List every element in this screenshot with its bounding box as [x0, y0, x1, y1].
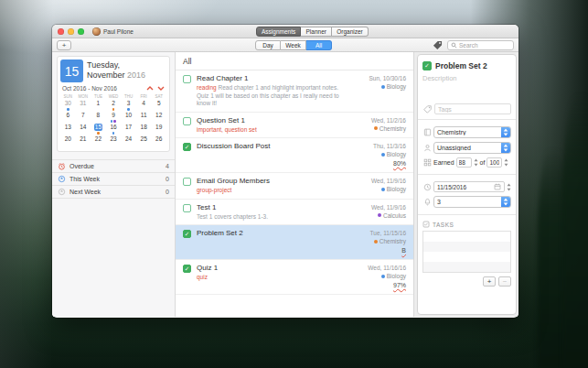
calendar-day[interactable]: 6 [60, 112, 76, 124]
filter-this-week[interactable]: This Week 0 [52, 173, 175, 186]
calendar-day[interactable]: 26 [151, 135, 166, 147]
course-label: Biology [387, 82, 406, 91]
remove-task-button[interactable]: − [498, 276, 511, 287]
tag-icon [422, 105, 432, 114]
selected-month: November [87, 70, 125, 80]
assignment-checkbox[interactable] [183, 143, 191, 151]
calendar-day-number: 15 [94, 124, 102, 131]
calendar-day[interactable]: 17 [121, 124, 136, 135]
calendar-day[interactable]: 15 [91, 124, 106, 135]
search-input[interactable] [459, 42, 510, 49]
tags-input[interactable] [434, 103, 511, 114]
total-input[interactable] [486, 157, 502, 168]
view-day[interactable]: Day [255, 40, 281, 50]
calendar-day[interactable]: 3 [121, 100, 136, 112]
assignment-row[interactable]: Discussion Board PostThu, 11/3/16Biology… [176, 138, 413, 173]
due-date-field[interactable] [433, 181, 505, 192]
calendar-day[interactable]: 13 [60, 124, 76, 135]
chevron-up-down-icon [501, 142, 510, 154]
calendar-day[interactable]: 23 [106, 135, 122, 147]
tag-filter-icon[interactable] [433, 40, 443, 50]
calendar-day[interactable]: 18 [136, 124, 152, 135]
calendar-day[interactable]: 4 [136, 100, 152, 112]
calendar-day[interactable]: 8 [91, 112, 106, 124]
calendar-day-number: 3 [124, 100, 133, 107]
calendar-day[interactable]: 20 [60, 135, 76, 147]
calendar-day[interactable]: 31 [76, 100, 91, 112]
close-button[interactable] [58, 28, 64, 35]
assignment-checkbox[interactable] [183, 75, 191, 83]
assignment-row[interactable]: Problem Set 2Tue, 11/15/16ChemistryB [176, 225, 413, 260]
filter-next-week[interactable]: Next Week 0 [52, 186, 175, 199]
wallpaper-tree [562, 93, 588, 368]
assignment-right: Wed, 11/9/16Biology [346, 177, 406, 195]
assignment-row[interactable]: Read Chapter 1reading Read chapter 1 and… [176, 70, 413, 113]
assignment-row[interactable]: Email Group Membersgroup-projectWed, 11/… [176, 173, 413, 200]
earned-input[interactable] [456, 157, 472, 168]
detail-checkbox[interactable] [422, 61, 432, 70]
calendar-day[interactable]: 2 [106, 100, 122, 112]
date-stepper[interactable] [507, 183, 511, 191]
view-week[interactable]: Week [281, 40, 306, 50]
assignment-checkbox[interactable] [183, 230, 191, 238]
user-menu[interactable]: Paul Pilone [92, 27, 134, 36]
view-all[interactable]: All [306, 40, 332, 50]
description-field[interactable]: Description [422, 74, 511, 103]
calendar-day[interactable]: 14 [76, 124, 91, 135]
assignment-title: Test 1 [197, 203, 340, 212]
calendar-day[interactable]: 1 [91, 100, 106, 112]
assignment-body: Test 1Test 1 covers chapters 1-3. [191, 203, 346, 222]
calendar-day[interactable]: 22 [91, 135, 106, 147]
calendar-day[interactable]: 5 [151, 100, 166, 112]
total-stepper[interactable] [504, 158, 508, 167]
reminder-select[interactable]: 3 [433, 196, 511, 208]
calendar-prev-icon[interactable] [146, 86, 154, 91]
calendar-day[interactable]: 24 [121, 135, 136, 147]
filter-overdue[interactable]: Overdue 4 [52, 160, 175, 173]
zoom-button[interactable] [78, 28, 84, 35]
course-dot [381, 153, 385, 157]
calendar-day-number: 18 [140, 124, 148, 131]
calendar-day[interactable]: 9 [106, 112, 122, 124]
assignment-row[interactable]: Question Set 1important, question setWed… [176, 113, 413, 139]
assignee-select[interactable]: Unassigned [433, 142, 511, 154]
calendar-day-number: 12 [155, 112, 163, 119]
assignment-checkbox[interactable] [183, 204, 191, 212]
tab-assignments[interactable]: Assignments [256, 27, 301, 37]
calendar-icon[interactable] [494, 183, 501, 190]
add-task-button[interactable]: + [483, 276, 496, 287]
calendar-day[interactable]: 21 [76, 135, 91, 147]
calendar-next-icon[interactable] [157, 86, 165, 91]
calendar-day[interactable]: 30 [60, 100, 76, 112]
calendar-day-dots [111, 120, 116, 123]
add-assignment-button[interactable]: + [57, 40, 71, 50]
course-select[interactable]: Chemistry [433, 126, 511, 138]
calendar-day-number: 17 [124, 124, 133, 131]
calendar-day-number: 26 [155, 135, 163, 143]
search-field[interactable] [447, 40, 514, 50]
calendar-day-dots [127, 108, 130, 111]
minimize-button[interactable] [68, 28, 74, 35]
tab-planner[interactable]: Planner [301, 27, 332, 37]
assignment-checkbox[interactable] [183, 178, 191, 186]
avatar [92, 27, 101, 36]
calendar-day[interactable]: 25 [136, 135, 152, 147]
calendar-day[interactable]: 11 [136, 112, 152, 124]
assignment-course: Chemistry [346, 237, 406, 245]
earned-stepper[interactable] [474, 158, 478, 167]
assignment-row[interactable]: Test 1Test 1 covers chapters 1-3.Wed, 11… [176, 200, 413, 226]
due-date-input[interactable] [437, 184, 492, 190]
calendar-day[interactable]: 19 [151, 124, 166, 135]
calendar-day[interactable]: 16 [106, 124, 122, 135]
assignment-checkbox[interactable] [183, 265, 191, 273]
tab-organizer[interactable]: Organizer [332, 27, 369, 37]
calendar-day[interactable]: 12 [151, 112, 166, 124]
assignment-checkbox[interactable] [183, 117, 191, 125]
tasks-list[interactable] [422, 231, 511, 273]
sidebar-filters: Overdue 4 This Week 0 Next Week 0 [52, 159, 175, 199]
assignment-row[interactable]: Quiz 1quizWed, 11/16/16Biology97% [176, 260, 413, 295]
course-dot [112, 132, 115, 135]
calendar-day[interactable]: 7 [76, 112, 91, 124]
calendar-day[interactable]: 10 [121, 112, 136, 124]
calendar-day-number: 13 [64, 124, 72, 131]
